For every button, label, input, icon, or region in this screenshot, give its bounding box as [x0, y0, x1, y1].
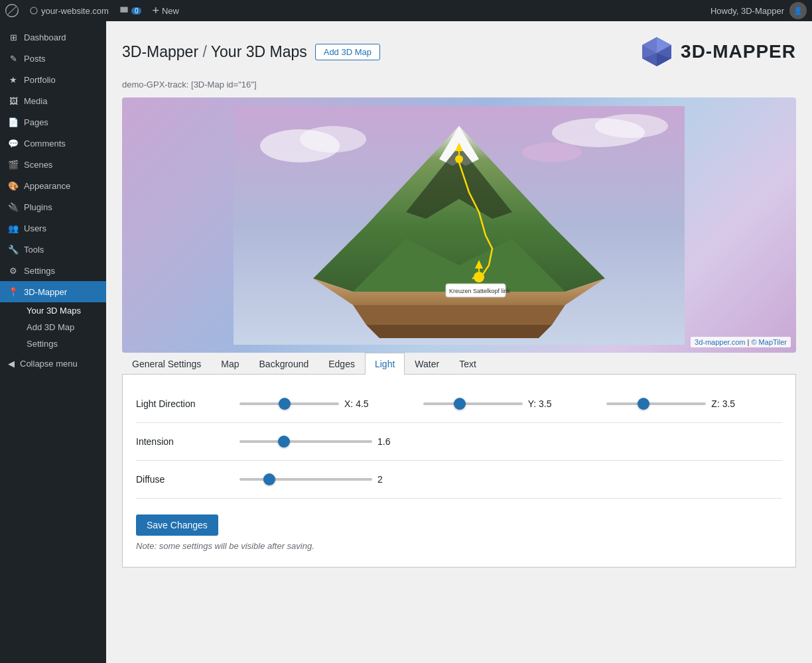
sidebar-item-users[interactable]: 👥 Users — [0, 217, 106, 239]
svg-point-23 — [474, 272, 484, 282]
sidebar-item-posts[interactable]: ✎ Posts — [0, 48, 106, 69]
y-slider[interactable] — [423, 402, 523, 405]
intension-slider-group: 1.6 — [239, 436, 782, 447]
wordpress-logo[interactable] — [5, 4, 19, 17]
light-direction-sliders: X: 4.5 Y: 3.5 Z: 3.5 — [239, 398, 782, 409]
appearance-icon: 🎨 — [8, 180, 19, 191]
media-icon: 🖼 — [8, 95, 19, 106]
collapse-label: Collapse menu — [20, 359, 78, 369]
watermark-link1[interactable]: 3d-mapper.com — [695, 338, 745, 346]
page-header: 3D-Mapper / Your 3D Maps Add 3D Map 3D-M… — [122, 34, 796, 69]
site-url-item[interactable]: your-website.com — [29, 6, 109, 16]
site-url: your-website.com — [41, 6, 109, 16]
diffuse-label: Diffuse — [136, 474, 229, 485]
light-direction-row: Light Direction X: 4.5 Y: 3.5 — [136, 391, 782, 417]
divider-3 — [136, 498, 782, 499]
z-value: Z: 3.5 — [711, 398, 744, 409]
diffuse-slider[interactable] — [239, 478, 372, 481]
sidebar-item-3d-mapper[interactable]: 📍 3D-Mapper — [0, 281, 106, 302]
tools-icon: 🔧 — [8, 244, 19, 255]
sidebar-item-settings[interactable]: ⚙ Settings — [0, 260, 106, 281]
brand-logo-icon — [640, 34, 674, 69]
mountain-svg: Kreuzen Sattelkopf link — [234, 106, 685, 345]
x-value: X: 4.5 — [344, 398, 377, 409]
sidebar-item-portfolio[interactable]: ★ Portfolio — [0, 69, 106, 90]
comments-icon: 💬 — [8, 138, 19, 149]
z-slider[interactable] — [606, 402, 706, 405]
tab-background[interactable]: Background — [249, 353, 319, 375]
sidebar-item-appearance[interactable]: 🎨 Appearance — [0, 175, 106, 196]
intension-slider[interactable] — [239, 440, 372, 443]
save-changes-button[interactable]: Save Changes — [136, 514, 218, 536]
sidebar-item-media[interactable]: 🖼 Media — [0, 90, 106, 111]
x-slider-group: X: 4.5 — [239, 398, 415, 409]
portfolio-icon: ★ — [8, 74, 19, 85]
user-info: Howdy, 3D-Mapper 👤 — [710, 2, 807, 19]
sidebar: ⊞ Dashboard ✎ Posts ★ Portfolio 🖼 Media … — [0, 21, 106, 663]
users-icon: 👥 — [8, 223, 19, 233]
brand-logo: 3D-MAPPER — [640, 34, 796, 69]
add-3d-map-button[interactable]: Add 3D Map — [315, 44, 380, 60]
intension-row: Intension 1.6 — [136, 428, 782, 455]
comments-item[interactable]: 0 — [119, 6, 142, 15]
svg-marker-18 — [353, 305, 565, 325]
page-title: 3D-Mapper / Your 3D Maps — [122, 43, 307, 61]
svg-marker-19 — [366, 325, 552, 338]
svg-point-9 — [300, 126, 366, 152]
sidebar-item-plugins[interactable]: 🔌 Plugins — [0, 196, 106, 217]
mountain-scene: Kreuzen Sattelkopf link — [122, 97, 796, 353]
sidebar-item-scenes[interactable]: 🎬 Scenes — [0, 154, 106, 175]
watermark-link2[interactable]: © MapTiler — [751, 338, 787, 346]
comment-count: 0 — [131, 7, 142, 15]
collapse-icon: ◀ — [8, 359, 15, 369]
tab-water[interactable]: Water — [405, 353, 449, 375]
map-watermark: 3d-mapper.com | © MapTiler — [691, 337, 791, 347]
tab-edges[interactable]: Edges — [318, 353, 365, 375]
breadcrumb-separator: / — [202, 43, 210, 60]
x-slider[interactable] — [239, 402, 339, 405]
new-label: New — [162, 6, 179, 16]
scenes-icon: 🎬 — [8, 159, 19, 170]
tab-text[interactable]: Text — [449, 353, 486, 375]
main-content: 3D-Mapper / Your 3D Maps Add 3D Map 3D-M… — [106, 21, 812, 663]
submenu-add-3d-map[interactable]: Add 3D Map — [19, 319, 106, 335]
new-item[interactable]: + New — [152, 5, 179, 17]
collapse-menu-button[interactable]: ◀ Collapse menu — [0, 352, 106, 375]
diffuse-slider-group: 2 — [239, 474, 782, 485]
shortcode-display: demo-GPX-track: [3D-Map id="16"] — [122, 80, 796, 90]
y-value: Y: 3.5 — [528, 398, 561, 409]
settings-icon: ⚙ — [8, 265, 19, 276]
svg-text:Kreuzen Sattelkopf link: Kreuzen Sattelkopf link — [449, 288, 511, 294]
light-direction-label: Light Direction — [136, 398, 229, 409]
sidebar-item-tools[interactable]: 🔧 Tools — [0, 239, 106, 260]
submenu-settings[interactable]: Settings — [19, 335, 106, 352]
svg-point-11 — [595, 114, 668, 138]
tabs-bar: General Settings Map Background Edges Li… — [122, 353, 796, 375]
dashboard-icon: ⊞ — [8, 32, 19, 42]
intension-label: Intension — [136, 436, 229, 447]
sidebar-item-pages[interactable]: 📄 Pages — [0, 111, 106, 133]
svg-point-12 — [522, 143, 582, 162]
submenu-your-3d-maps[interactable]: Your 3D Maps — [19, 302, 106, 319]
tab-light[interactable]: Light — [365, 353, 405, 375]
mapper-icon: 📍 — [8, 286, 19, 297]
map-preview: Kreuzen Sattelkopf link 3d-mapper.com | … — [122, 97, 796, 353]
tab-map[interactable]: Map — [211, 353, 249, 375]
settings-panel: Light Direction X: 4.5 Y: 3.5 — [122, 375, 796, 568]
tab-general[interactable]: General Settings — [122, 353, 211, 375]
user-greeting: Howdy, 3D-Mapper — [710, 6, 784, 16]
avatar[interactable]: 👤 — [789, 2, 807, 19]
sidebar-item-comments[interactable]: 💬 Comments — [0, 133, 106, 154]
admin-bar: your-website.com 0 + New Howdy, 3D-Mappe… — [0, 0, 812, 21]
diffuse-row: Diffuse 2 — [136, 466, 782, 493]
brand-name: 3D-MAPPER — [681, 41, 796, 62]
divider-2 — [136, 460, 782, 461]
intension-value: 1.6 — [377, 436, 411, 447]
divider-1 — [136, 422, 782, 423]
sidebar-item-dashboard[interactable]: ⊞ Dashboard — [0, 27, 106, 48]
svg-point-20 — [455, 155, 463, 163]
posts-icon: ✎ — [8, 53, 19, 64]
y-slider-group: Y: 3.5 — [423, 398, 599, 409]
plugins-icon: 🔌 — [8, 202, 19, 212]
diffuse-value: 2 — [377, 474, 411, 485]
